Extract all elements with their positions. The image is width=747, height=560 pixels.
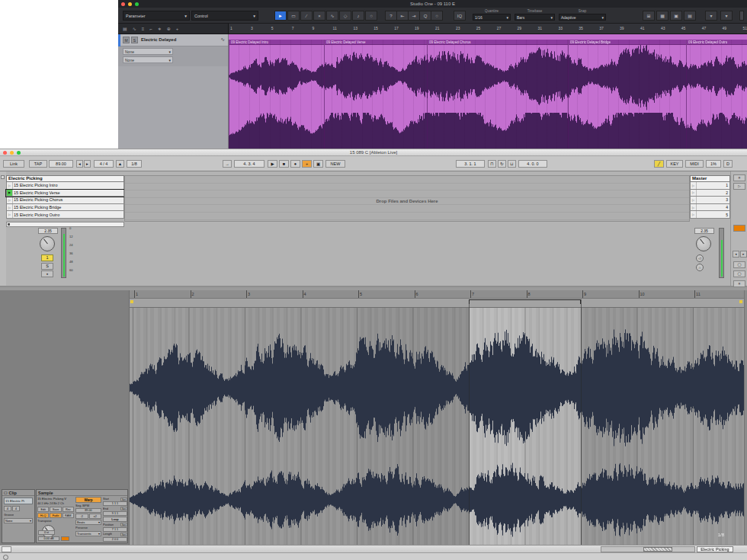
stop-button[interactable]: ■ [279,160,289,168]
s1-tool-2-button[interactable]: ▭ [287,11,300,21]
end-marker[interactable] [739,300,742,303]
hiq-button[interactable]: Hi-Q [37,513,49,518]
nudge-down-button[interactable]: ◂ [76,160,83,168]
zoom-button[interactable] [135,2,139,6]
output-select[interactable]: None ▾ [123,56,173,63]
session-side-button-7[interactable]: ◯ [733,270,745,277]
clip-slot[interactable]: ▷15 Electric Picking Outro [6,211,124,219]
draw-mode-button[interactable]: ╱ [654,160,664,168]
parameter-dropdown[interactable]: Parameter ▾ [123,11,190,21]
editor-scrollbar[interactable] [744,290,747,545]
loop-start-field[interactable]: 3. 1. 1 [456,160,485,168]
scene-slot[interactable]: ▷1 [690,182,730,190]
s1-track-toolbar-icon-6[interactable]: ⊕ [167,26,171,31]
studio-one-titlebar[interactable]: Studio One - 09 110 E [118,0,747,8]
start-marker[interactable] [130,300,133,303]
length-set-button[interactable]: Set [120,533,127,536]
s1-toolbar-icon-2[interactable]: ⇤ [396,11,409,21]
clip-launch-icon[interactable]: ▷ [7,211,13,218]
audio-event[interactable]: 09 Electric Delayed Chorus [427,40,568,149]
position-set-button[interactable]: Set [120,523,127,526]
headphone-icon[interactable]: ∩ [696,264,704,271]
solo-button[interactable]: S [41,263,53,270]
close-button[interactable] [3,151,7,155]
session-side-button-4[interactable]: ◂ [733,251,739,258]
seg-bpm-value[interactable]: 89.00 [75,508,101,513]
input-quantize-button[interactable]: IQ [454,11,466,21]
fade-button[interactable]: Fade [50,513,61,518]
automation-arm-button[interactable]: ▣ [313,160,323,168]
s1-view-icon-3[interactable]: ▣ [670,11,682,21]
clip-launch-icon[interactable]: ▶ [7,190,13,197]
minimize-button[interactable] [10,151,14,155]
overdub-button[interactable]: + [302,160,312,168]
end-value[interactable]: 9 1 1 [103,511,127,516]
save-button[interactable]: Save [50,507,61,512]
end-set-button[interactable]: Set [120,507,127,510]
quantize-select[interactable]: 1/16 ▾ [473,14,511,21]
s1-tool-1-button[interactable]: ► [274,11,287,21]
control-dropdown[interactable]: Control ▾ [191,11,258,21]
clip-launch-icon[interactable]: ▷ [7,204,13,211]
zoom-button[interactable] [17,151,21,155]
s1-tool-4-button[interactable]: × [313,11,325,21]
waveform-editor[interactable]: 1234567891011 1/8 [130,290,747,545]
signature-denominator-field[interactable]: 4 [12,506,20,511]
s1-extra-dropdown-1[interactable]: ▾ [705,11,717,21]
loop-position-value[interactable]: 7 1 1 [103,527,127,532]
speaker-icon[interactable]: ◁ [696,254,704,262]
transients-select[interactable]: Transients ▾ [75,531,101,536]
metronome-button[interactable]: ▲ [116,160,124,168]
warp-button[interactable]: Warp [75,497,101,503]
scene-slot[interactable]: ▷5 [690,211,730,219]
s1-tool-7-button[interactable]: ♪ [352,11,364,21]
tap-tempo-button[interactable]: TAP [29,160,47,168]
scene-slot[interactable]: ▷3 [690,197,730,204]
session-side-button-8[interactable]: ≡ [733,280,745,287]
snap-select[interactable]: Adaptive ▾ [559,14,606,21]
timebase-select[interactable]: Bars ▾ [515,14,555,21]
ram-button[interactable]: RAM [63,513,74,518]
half-tempo-button[interactable]: :2 [75,514,88,519]
scene-slot[interactable]: ▷2 [690,190,730,197]
ableton-titlebar[interactable]: 15 089 C [Ableton Live] [0,149,747,156]
s1-tool-5-button[interactable]: ∿ [326,11,338,21]
scene-launch-icon[interactable]: ▷ [691,182,697,189]
groove-select[interactable]: None ▾ [4,518,33,523]
s1-toolbar-icon-5[interactable]: ○ [431,11,443,21]
start-value[interactable]: 1 1 1 [103,501,127,506]
s1-track-toolbar-icon-2[interactable]: ∿ [133,26,136,31]
s1-extra-dropdown-2[interactable]: ▾ [720,11,733,21]
arrangement-area[interactable]: 09 Electric Delayed Intro09 Electric Del… [229,34,747,149]
tempo-field[interactable]: 89.00 [49,160,73,168]
sample-waveform[interactable] [130,308,744,545]
record-button[interactable]: ● [290,160,300,168]
reverse-button[interactable]: Rev [63,507,74,512]
session-grid[interactable]: Drop Files and Devices Here [124,171,690,286]
session-side-button-2[interactable]: ▷ [733,183,745,190]
clip-slot[interactable]: ▶15 Electric Picking Verse [6,190,124,197]
audio-event[interactable]: 09 Electric Delayed Intro [229,40,324,149]
input-select[interactable]: None ▾ [123,48,173,55]
mute-button[interactable]: M [123,37,130,43]
play-button[interactable]: ▶ [268,160,277,168]
scene-launch-icon[interactable]: ▷ [691,190,697,197]
overview-scrollbar[interactable] [601,546,695,552]
track-value-field[interactable]: 2.35 [38,228,58,234]
track-header[interactable]: M S Electric Delayed ∿ [118,34,228,46]
preview-value-field[interactable]: 2.35 [694,228,714,234]
s1-view-icon-2[interactable]: ▦ [656,11,668,21]
new-button[interactable]: NEW [325,160,345,168]
clip-launch-icon[interactable]: ▷ [7,182,13,189]
gain-indicator[interactable] [61,536,69,541]
preview-knob[interactable] [696,236,711,251]
s1-track-toolbar-icon-5[interactable]: ∗ [158,26,162,31]
clip-loop-brace[interactable] [469,299,581,304]
minimize-button[interactable] [128,2,132,6]
pan-knob[interactable] [40,236,55,251]
scene-launch-icon[interactable]: ▷ [691,197,697,203]
start-set-button[interactable]: Set [120,498,127,501]
link-button[interactable]: Link [3,160,24,168]
s1-tool-8-button[interactable]: ○ [365,11,377,21]
audio-event[interactable]: 09 Electric Delayed Outro [686,40,747,149]
